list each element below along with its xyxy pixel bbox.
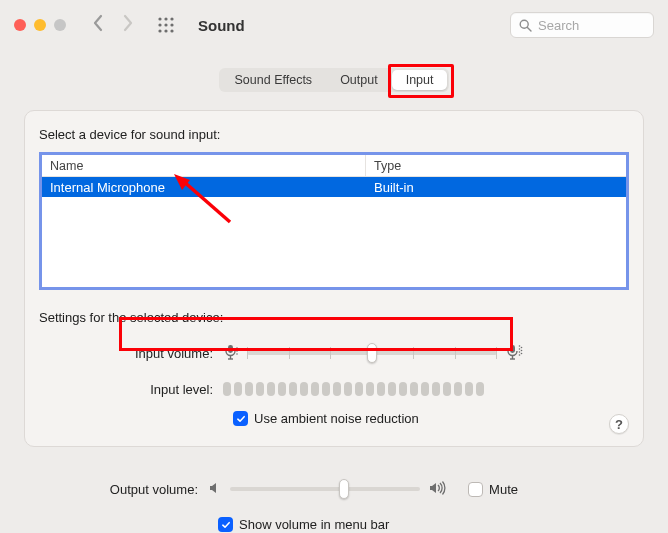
- noise-reduction-checkbox[interactable]: [233, 411, 248, 426]
- svg-point-20: [519, 345, 521, 347]
- svg-point-16: [236, 353, 238, 355]
- output-footer: Output volume: Mute Show volume in menu …: [24, 475, 644, 532]
- mic-low-icon: [223, 343, 239, 364]
- minimize-window-button[interactable]: [34, 19, 46, 31]
- output-volume-label: Output volume:: [24, 482, 208, 497]
- svg-point-25: [521, 349, 523, 351]
- menubar-checkbox[interactable]: [218, 517, 233, 532]
- speaker-high-icon: [428, 481, 446, 498]
- svg-line-10: [527, 27, 531, 31]
- nav-arrows: [92, 14, 134, 37]
- output-volume-row: Output volume: Mute: [24, 475, 644, 503]
- page-title: Sound: [198, 17, 245, 34]
- noise-reduction-row: Use ambient noise reduction: [233, 411, 629, 426]
- search-input[interactable]: [538, 18, 668, 33]
- forward-button[interactable]: [122, 14, 134, 37]
- svg-point-26: [521, 352, 523, 354]
- window-controls: [14, 19, 66, 31]
- device-table[interactable]: Name Type Internal Microphone Built-in: [39, 152, 629, 290]
- svg-point-4: [164, 23, 167, 26]
- device-table-header: Name Type: [42, 155, 626, 177]
- input-volume-row: Input volume:: [39, 339, 629, 367]
- settings-pane: Select a device for sound input: Name Ty…: [24, 110, 644, 447]
- help-button[interactable]: ?: [609, 414, 629, 434]
- output-volume-slider[interactable]: [230, 487, 420, 491]
- search-icon: [519, 19, 532, 32]
- mute-label: Mute: [489, 482, 518, 497]
- back-button[interactable]: [92, 14, 104, 37]
- svg-point-8: [170, 29, 173, 32]
- close-window-button[interactable]: [14, 19, 26, 31]
- device-settings-heading: Settings for the selected device:: [39, 310, 629, 325]
- svg-point-2: [170, 17, 173, 20]
- svg-point-21: [519, 348, 521, 350]
- input-level-label: Input level:: [39, 382, 223, 397]
- noise-reduction-label: Use ambient noise reduction: [254, 411, 419, 426]
- zoom-window-button[interactable]: [54, 19, 66, 31]
- svg-point-15: [236, 350, 238, 352]
- svg-point-3: [158, 23, 161, 26]
- column-header-type[interactable]: Type: [366, 155, 626, 176]
- input-level-row: Input level:: [39, 375, 629, 403]
- svg-point-0: [158, 17, 161, 20]
- speaker-low-icon: [208, 481, 222, 498]
- slider-thumb[interactable]: [339, 479, 349, 499]
- toolbar: Sound: [0, 0, 668, 50]
- mic-high-icon: [505, 343, 523, 364]
- menubar-label: Show volume in menu bar: [239, 517, 389, 532]
- svg-point-1: [164, 17, 167, 20]
- svg-rect-11: [228, 345, 233, 353]
- device-name: Internal Microphone: [42, 177, 366, 197]
- menubar-row: Show volume in menu bar: [218, 517, 644, 532]
- svg-rect-17: [510, 345, 515, 353]
- tab-sound-effects[interactable]: Sound Effects: [221, 70, 327, 90]
- device-type: Built-in: [366, 177, 626, 197]
- search-field[interactable]: [510, 12, 654, 38]
- svg-point-5: [170, 23, 173, 26]
- input-volume-label: Input volume:: [39, 346, 223, 361]
- slider-thumb[interactable]: [367, 343, 377, 363]
- device-select-heading: Select a device for sound input:: [39, 127, 629, 142]
- show-all-icon[interactable]: [158, 17, 174, 33]
- tab-input[interactable]: Input: [392, 70, 448, 90]
- input-level-meter: [223, 382, 484, 396]
- svg-point-6: [158, 29, 161, 32]
- svg-point-14: [236, 347, 238, 349]
- svg-point-23: [519, 354, 521, 356]
- column-header-name[interactable]: Name: [42, 155, 366, 176]
- svg-point-7: [164, 29, 167, 32]
- device-row[interactable]: Internal Microphone Built-in: [42, 177, 626, 197]
- svg-point-24: [521, 346, 523, 348]
- tabs: Sound Effects Output Input: [0, 68, 668, 92]
- svg-point-22: [519, 351, 521, 353]
- input-volume-slider[interactable]: [247, 351, 497, 355]
- mute-checkbox[interactable]: [468, 482, 483, 497]
- tab-output[interactable]: Output: [326, 70, 392, 90]
